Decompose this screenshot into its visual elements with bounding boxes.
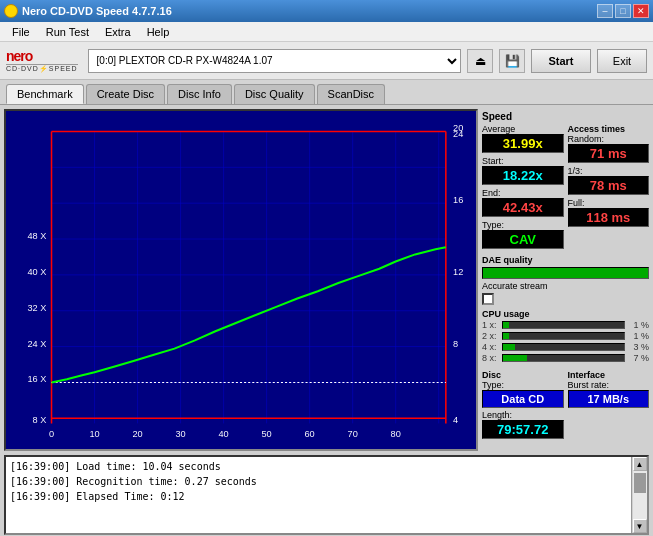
svg-text:30: 30 xyxy=(175,429,185,439)
save-button[interactable]: 💾 xyxy=(499,49,525,73)
end-label: End: xyxy=(482,188,564,198)
cpu-4x-fill xyxy=(503,344,515,350)
scroll-thumb[interactable] xyxy=(634,473,646,493)
random-value: 71 ms xyxy=(568,144,650,163)
menu-file[interactable]: File xyxy=(4,24,38,40)
menu-help[interactable]: Help xyxy=(139,24,178,40)
svg-text:70: 70 xyxy=(348,429,358,439)
accurate-stream-label: Accurate stream xyxy=(482,281,649,291)
svg-text:4: 4 xyxy=(453,415,458,425)
one-third-label: 1/3: xyxy=(568,166,650,176)
log-content: [16:39:00] Load time: 10.04 seconds [16:… xyxy=(6,457,631,533)
cpu-1x-fill xyxy=(503,322,509,328)
maximize-button[interactable]: □ xyxy=(615,4,631,18)
scroll-track[interactable] xyxy=(633,471,647,519)
title-bar-left: Nero CD-DVD Speed 4.7.7.16 xyxy=(4,4,172,18)
cpu-row-8x: 8 x: 7 % xyxy=(482,353,649,363)
speed-header: Speed xyxy=(482,111,649,122)
access-col: Access times Random: 71 ms 1/3: 78 ms Fu… xyxy=(568,124,650,249)
cpu-row-1x: 1 x: 1 % xyxy=(482,320,649,330)
one-third-value: 78 ms xyxy=(568,176,650,195)
access-times-label: Access times xyxy=(568,124,650,134)
tab-create-disc[interactable]: Create Disc xyxy=(86,84,165,104)
svg-text:20: 20 xyxy=(132,429,142,439)
cpu-4x-label: 4 x: xyxy=(482,342,500,352)
menu-extra[interactable]: Extra xyxy=(97,24,139,40)
start-value: 18.22x xyxy=(482,166,564,185)
burst-value: 17 MB/s xyxy=(568,390,650,408)
eject-button[interactable]: ⏏ xyxy=(467,49,493,73)
cpu-row-2x: 2 x: 1 % xyxy=(482,331,649,341)
svg-text:40 X: 40 X xyxy=(27,267,46,277)
logo: nero CD·DVD⚡SPEED xyxy=(6,48,78,73)
start-button[interactable]: Start xyxy=(531,49,591,73)
cpu-8x-value: 7 % xyxy=(627,353,649,363)
log-line-2: [16:39:00] Recognition time: 0.27 second… xyxy=(10,474,627,489)
accurate-stream-checkbox[interactable] xyxy=(482,293,494,305)
svg-text:16 X: 16 X xyxy=(27,374,46,384)
minimize-button[interactable]: – xyxy=(597,4,613,18)
random-label: Random: xyxy=(568,134,650,144)
svg-text:12: 12 xyxy=(453,267,463,277)
cpu-2x-fill xyxy=(503,333,509,339)
svg-text:40: 40 xyxy=(218,429,228,439)
disc-interface-row: Disc Type: Data CD Length: 79:57.72 Inte… xyxy=(482,370,649,439)
svg-text:24: 24 xyxy=(453,129,463,139)
svg-text:60: 60 xyxy=(304,429,314,439)
log-line-1: [16:39:00] Load time: 10.04 seconds xyxy=(10,459,627,474)
exit-button[interactable]: Exit xyxy=(597,49,647,73)
cpu-2x-bar xyxy=(502,332,625,340)
svg-text:50: 50 xyxy=(261,429,271,439)
svg-rect-0 xyxy=(11,111,472,449)
close-button[interactable]: ✕ xyxy=(633,4,649,18)
toolbar: nero CD·DVD⚡SPEED [0:0] PLEXTOR CD-R PX-… xyxy=(0,42,653,80)
svg-text:32 X: 32 X xyxy=(27,303,46,313)
logo-nero: nero xyxy=(6,48,32,64)
right-panel: Speed Average 31.99x Start: 18.22x End: … xyxy=(478,105,653,455)
tab-bar: Benchmark Create Disc Disc Info Disc Qua… xyxy=(0,80,653,105)
tab-benchmark[interactable]: Benchmark xyxy=(6,84,84,104)
app-icon xyxy=(4,4,18,18)
tab-disc-quality[interactable]: Disc Quality xyxy=(234,84,315,104)
svg-text:8: 8 xyxy=(453,339,458,349)
dae-label: DAE quality xyxy=(482,255,649,265)
scroll-down-button[interactable]: ▼ xyxy=(633,519,647,533)
log-area: [16:39:00] Load time: 10.04 seconds [16:… xyxy=(4,455,649,535)
interface-col: Interface Burst rate: 17 MB/s xyxy=(568,370,650,439)
scroll-up-button[interactable]: ▲ xyxy=(633,457,647,471)
average-value: 31.99x xyxy=(482,134,564,153)
benchmark-chart: 8 X 16 X 24 X 32 X 40 X 48 X 4 8 12 16 2… xyxy=(6,111,476,449)
interface-label: Interface xyxy=(568,370,650,380)
svg-text:16: 16 xyxy=(453,195,463,205)
cpu-2x-value: 1 % xyxy=(627,331,649,341)
cpu-4x-value: 3 % xyxy=(627,342,649,352)
svg-text:10: 10 xyxy=(89,429,99,439)
main-content: 8 X 16 X 24 X 32 X 40 X 48 X 4 8 12 16 2… xyxy=(0,105,653,455)
cpu-8x-label: 8 x: xyxy=(482,353,500,363)
cpu-8x-fill xyxy=(503,355,527,361)
start-label: Start: xyxy=(482,156,564,166)
cpu-label: CPU usage xyxy=(482,309,649,319)
disc-type-label: Type: xyxy=(482,380,564,390)
tab-disc-info[interactable]: Disc Info xyxy=(167,84,232,104)
cpu-row-4x: 4 x: 3 % xyxy=(482,342,649,352)
cpu-8x-bar xyxy=(502,354,625,362)
type-value: CAV xyxy=(482,230,564,249)
menu-run-test[interactable]: Run Test xyxy=(38,24,97,40)
accurate-stream-row xyxy=(482,293,649,305)
tab-scan-disc[interactable]: ScanDisc xyxy=(317,84,385,104)
svg-text:24 X: 24 X xyxy=(27,339,46,349)
full-value: 118 ms xyxy=(568,208,650,227)
logo-subtitle: CD·DVD⚡SPEED xyxy=(6,64,78,73)
speed-access-row: Average 31.99x Start: 18.22x End: 42.43x… xyxy=(482,124,649,249)
chart-area: 8 X 16 X 24 X 32 X 40 X 48 X 4 8 12 16 2… xyxy=(4,109,478,451)
title-bar: Nero CD-DVD Speed 4.7.7.16 – □ ✕ xyxy=(0,0,653,22)
title-controls[interactable]: – □ ✕ xyxy=(597,4,649,18)
drive-select[interactable]: [0:0] PLEXTOR CD-R PX-W4824A 1.07 xyxy=(88,49,461,73)
dae-bar xyxy=(482,267,649,279)
svg-text:80: 80 xyxy=(391,429,401,439)
cpu-4x-bar xyxy=(502,343,625,351)
log-scrollbar[interactable]: ▲ ▼ xyxy=(631,457,647,533)
svg-text:48 X: 48 X xyxy=(27,231,46,241)
log-line-3: [16:39:00] Elapsed Time: 0:12 xyxy=(10,489,627,504)
